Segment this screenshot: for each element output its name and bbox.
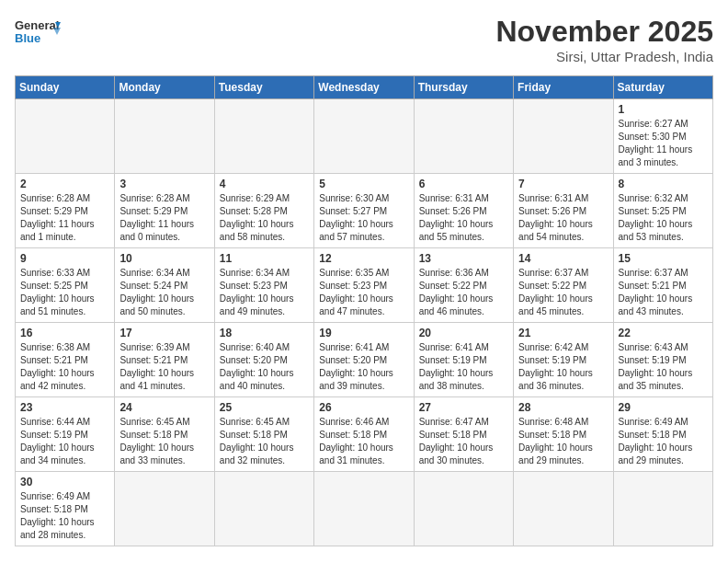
week-row-2: 2Sunrise: 6:28 AM Sunset: 5:29 PM Daylig… bbox=[16, 174, 713, 248]
day-cell: 22Sunrise: 6:43 AM Sunset: 5:19 PM Dayli… bbox=[613, 323, 712, 397]
col-header-saturday: Saturday bbox=[613, 76, 712, 99]
day-number: 27 bbox=[419, 401, 508, 414]
day-info: Sunrise: 6:49 AM Sunset: 5:18 PM Dayligh… bbox=[619, 416, 708, 467]
day-cell bbox=[514, 472, 613, 546]
day-info: Sunrise: 6:37 AM Sunset: 5:21 PM Dayligh… bbox=[619, 267, 708, 318]
day-number: 24 bbox=[119, 401, 209, 414]
day-info: Sunrise: 6:34 AM Sunset: 5:24 PM Dayligh… bbox=[119, 267, 209, 318]
col-header-friday: Friday bbox=[514, 76, 613, 99]
day-info: Sunrise: 6:33 AM Sunset: 5:25 PM Dayligh… bbox=[20, 267, 109, 318]
day-cell bbox=[214, 472, 313, 546]
day-number: 8 bbox=[619, 178, 708, 190]
day-info: Sunrise: 6:34 AM Sunset: 5:23 PM Dayligh… bbox=[220, 267, 309, 318]
day-info: Sunrise: 6:39 AM Sunset: 5:21 PM Dayligh… bbox=[119, 341, 209, 393]
day-number: 28 bbox=[518, 401, 608, 414]
week-row-1: 1Sunrise: 6:27 AM Sunset: 5:30 PM Daylig… bbox=[16, 99, 713, 174]
col-header-monday: Monday bbox=[115, 76, 214, 99]
day-number: 18 bbox=[220, 327, 309, 339]
day-cell: 14Sunrise: 6:37 AM Sunset: 5:22 PM Dayli… bbox=[514, 248, 613, 323]
svg-text:General: General bbox=[15, 18, 59, 32]
day-cell bbox=[414, 472, 513, 546]
day-cell: 4Sunrise: 6:29 AM Sunset: 5:28 PM Daylig… bbox=[214, 174, 313, 248]
day-number: 20 bbox=[419, 327, 508, 339]
week-row-4: 16Sunrise: 6:38 AM Sunset: 5:21 PM Dayli… bbox=[16, 323, 713, 397]
day-cell: 25Sunrise: 6:45 AM Sunset: 5:18 PM Dayli… bbox=[214, 397, 313, 472]
day-cell: 28Sunrise: 6:48 AM Sunset: 5:18 PM Dayli… bbox=[514, 397, 613, 472]
day-cell: 7Sunrise: 6:31 AM Sunset: 5:26 PM Daylig… bbox=[514, 174, 613, 248]
day-cell: 1Sunrise: 6:27 AM Sunset: 5:30 PM Daylig… bbox=[613, 99, 712, 174]
day-info: Sunrise: 6:27 AM Sunset: 5:30 PM Dayligh… bbox=[619, 118, 708, 169]
day-info: Sunrise: 6:41 AM Sunset: 5:19 PM Dayligh… bbox=[419, 341, 508, 393]
day-cell: 24Sunrise: 6:45 AM Sunset: 5:18 PM Dayli… bbox=[115, 397, 214, 472]
day-info: Sunrise: 6:36 AM Sunset: 5:22 PM Dayligh… bbox=[419, 267, 508, 318]
day-cell: 19Sunrise: 6:41 AM Sunset: 5:20 PM Dayli… bbox=[314, 323, 414, 397]
day-number: 6 bbox=[419, 178, 508, 190]
day-info: Sunrise: 6:41 AM Sunset: 5:20 PM Dayligh… bbox=[319, 341, 408, 393]
week-row-3: 9Sunrise: 6:33 AM Sunset: 5:25 PM Daylig… bbox=[16, 248, 713, 323]
day-cell: 23Sunrise: 6:44 AM Sunset: 5:19 PM Dayli… bbox=[16, 397, 115, 472]
day-cell bbox=[613, 472, 712, 546]
day-info: Sunrise: 6:32 AM Sunset: 5:25 PM Dayligh… bbox=[619, 192, 708, 244]
day-info: Sunrise: 6:35 AM Sunset: 5:23 PM Dayligh… bbox=[319, 267, 408, 318]
day-info: Sunrise: 6:43 AM Sunset: 5:19 PM Dayligh… bbox=[619, 341, 708, 393]
month-title: November 2025 bbox=[495, 15, 713, 49]
day-cell: 2Sunrise: 6:28 AM Sunset: 5:29 PM Daylig… bbox=[16, 174, 115, 248]
day-number: 22 bbox=[619, 327, 708, 339]
day-cell: 27Sunrise: 6:47 AM Sunset: 5:18 PM Dayli… bbox=[414, 397, 513, 472]
calendar-table: SundayMondayTuesdayWednesdayThursdayFrid… bbox=[15, 75, 713, 546]
day-cell bbox=[314, 472, 414, 546]
col-header-thursday: Thursday bbox=[414, 76, 513, 99]
day-number: 25 bbox=[220, 401, 309, 414]
day-info: Sunrise: 6:28 AM Sunset: 5:29 PM Dayligh… bbox=[20, 192, 109, 244]
page-header: General Blue November 2025 Sirsi, Uttar … bbox=[15, 15, 713, 64]
day-info: Sunrise: 6:40 AM Sunset: 5:20 PM Dayligh… bbox=[220, 341, 309, 393]
day-cell: 3Sunrise: 6:28 AM Sunset: 5:29 PM Daylig… bbox=[115, 174, 214, 248]
day-number: 16 bbox=[20, 327, 109, 339]
week-row-6: 30Sunrise: 6:49 AM Sunset: 5:18 PM Dayli… bbox=[16, 472, 713, 546]
day-cell bbox=[115, 472, 214, 546]
day-info: Sunrise: 6:29 AM Sunset: 5:28 PM Dayligh… bbox=[220, 192, 309, 244]
title-block: November 2025 Sirsi, Uttar Pradesh, Indi… bbox=[495, 15, 713, 64]
day-info: Sunrise: 6:49 AM Sunset: 5:18 PM Dayligh… bbox=[20, 490, 109, 542]
day-number: 7 bbox=[518, 178, 608, 190]
day-info: Sunrise: 6:48 AM Sunset: 5:18 PM Dayligh… bbox=[518, 416, 608, 467]
day-number: 23 bbox=[20, 401, 109, 414]
day-info: Sunrise: 6:30 AM Sunset: 5:27 PM Dayligh… bbox=[319, 192, 408, 244]
day-number: 10 bbox=[119, 252, 209, 265]
day-cell: 18Sunrise: 6:40 AM Sunset: 5:20 PM Dayli… bbox=[214, 323, 313, 397]
col-header-sunday: Sunday bbox=[16, 76, 115, 99]
svg-text:Blue: Blue bbox=[15, 31, 40, 45]
day-info: Sunrise: 6:31 AM Sunset: 5:26 PM Dayligh… bbox=[518, 192, 608, 244]
day-cell: 29Sunrise: 6:49 AM Sunset: 5:18 PM Dayli… bbox=[613, 397, 712, 472]
day-number: 1 bbox=[619, 103, 708, 116]
day-cell: 21Sunrise: 6:42 AM Sunset: 5:19 PM Dayli… bbox=[514, 323, 613, 397]
day-number: 2 bbox=[20, 178, 109, 190]
day-info: Sunrise: 6:46 AM Sunset: 5:18 PM Dayligh… bbox=[319, 416, 408, 467]
logo: General Blue bbox=[15, 15, 61, 52]
calendar-header-row: SundayMondayTuesdayWednesdayThursdayFrid… bbox=[16, 76, 713, 99]
col-header-tuesday: Tuesday bbox=[214, 76, 313, 99]
day-cell: 5Sunrise: 6:30 AM Sunset: 5:27 PM Daylig… bbox=[314, 174, 414, 248]
day-cell: 8Sunrise: 6:32 AM Sunset: 5:25 PM Daylig… bbox=[613, 174, 712, 248]
day-info: Sunrise: 6:45 AM Sunset: 5:18 PM Dayligh… bbox=[119, 416, 209, 467]
day-cell bbox=[16, 99, 115, 174]
day-info: Sunrise: 6:45 AM Sunset: 5:18 PM Dayligh… bbox=[220, 416, 309, 467]
day-number: 26 bbox=[319, 401, 408, 414]
day-number: 21 bbox=[518, 327, 608, 339]
day-cell: 17Sunrise: 6:39 AM Sunset: 5:21 PM Dayli… bbox=[115, 323, 214, 397]
day-info: Sunrise: 6:47 AM Sunset: 5:18 PM Dayligh… bbox=[419, 416, 508, 467]
day-number: 13 bbox=[419, 252, 508, 265]
day-number: 14 bbox=[518, 252, 608, 265]
day-number: 15 bbox=[619, 252, 708, 265]
day-number: 19 bbox=[319, 327, 408, 339]
day-info: Sunrise: 6:37 AM Sunset: 5:22 PM Dayligh… bbox=[518, 267, 608, 318]
day-number: 17 bbox=[119, 327, 209, 339]
day-cell bbox=[214, 99, 313, 174]
day-cell: 6Sunrise: 6:31 AM Sunset: 5:26 PM Daylig… bbox=[414, 174, 513, 248]
day-number: 30 bbox=[20, 476, 109, 488]
day-cell: 12Sunrise: 6:35 AM Sunset: 5:23 PM Dayli… bbox=[314, 248, 414, 323]
day-info: Sunrise: 6:42 AM Sunset: 5:19 PM Dayligh… bbox=[518, 341, 608, 393]
day-cell: 30Sunrise: 6:49 AM Sunset: 5:18 PM Dayli… bbox=[16, 472, 115, 546]
day-cell: 13Sunrise: 6:36 AM Sunset: 5:22 PM Dayli… bbox=[414, 248, 513, 323]
day-info: Sunrise: 6:44 AM Sunset: 5:19 PM Dayligh… bbox=[20, 416, 109, 467]
